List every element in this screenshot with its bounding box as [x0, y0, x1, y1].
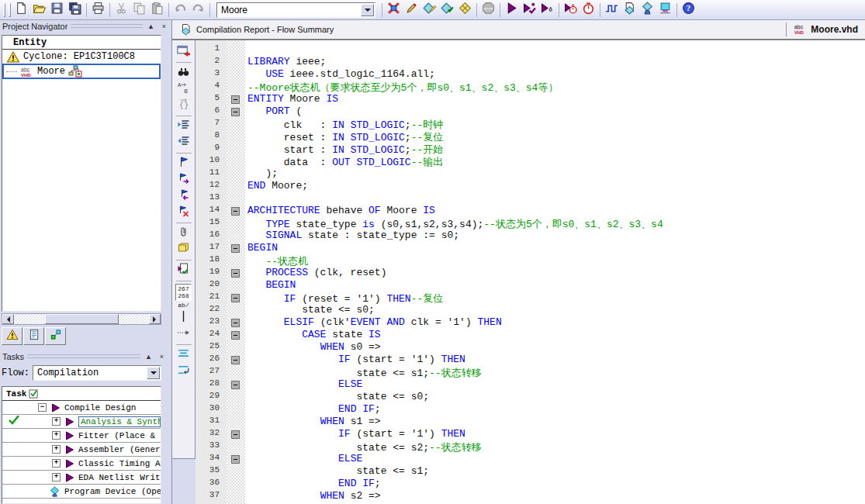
expand-expander[interactable]: + — [52, 445, 61, 454]
bookmark-next-button[interactable] — [175, 172, 193, 188]
fold-marker[interactable] — [231, 269, 240, 278]
align-lines-button[interactable] — [175, 347, 193, 363]
toolbar-grip[interactable] — [9, 3, 11, 17]
task-row[interactable]: −Compile Design — [2, 401, 161, 415]
entity-tree-item[interactable]: abcVHDMoore — [2, 64, 161, 79]
programmer-button[interactable] — [656, 2, 674, 18]
panel-collapse-button[interactable]: ▲ — [144, 352, 154, 361]
assignment-editor-button[interactable] — [420, 2, 438, 18]
bookmark-previous-button[interactable] — [175, 188, 193, 204]
timing-analyzer-button[interactable] — [580, 2, 597, 18]
analyze-current-file-button[interactable] — [175, 263, 193, 278]
fold-marker[interactable] — [231, 207, 240, 216]
insert-note-button[interactable] — [175, 242, 193, 257]
project-settings-button[interactable] — [385, 2, 403, 18]
panel-close-button[interactable]: × — [157, 352, 167, 361]
paste-button[interactable] — [148, 2, 166, 18]
hierarchy-tab[interactable] — [2, 327, 22, 345]
task-row[interactable]: +EDA Netlist Write — [2, 471, 161, 485]
fold-marker[interactable] — [231, 108, 240, 116]
panel-collapse-button[interactable]: ▲ — [146, 22, 156, 31]
save-button[interactable] — [48, 2, 66, 18]
design-units-tab[interactable] — [45, 327, 66, 345]
flow-combobox-dropdown[interactable] — [147, 367, 160, 379]
titlebar-grip[interactable] — [27, 354, 140, 358]
fold-marker[interactable] — [231, 455, 240, 464]
task-row[interactable]: +Fitter (Place & R — [2, 429, 161, 443]
compilation-report-button[interactable] — [621, 2, 638, 18]
detach-editor-button[interactable] — [175, 44, 193, 60]
cursor-guide-button[interactable] — [175, 310, 193, 326]
fold-marker[interactable] — [231, 244, 240, 253]
undo-button[interactable] — [171, 2, 189, 18]
outdent-button[interactable] — [175, 135, 193, 150]
expand-expander[interactable]: + — [52, 431, 61, 440]
scrollbar-track[interactable] — [14, 314, 149, 324]
task-row[interactable]: +Classic Timing An — [2, 457, 161, 471]
entity-tree-item[interactable]: Cyclone: EP1C3T100C8 — [2, 50, 161, 64]
syntax-coloring-button[interactable]: ab/ — [178, 302, 189, 309]
fold-marker[interactable] — [231, 381, 240, 389]
save-all-button[interactable] — [66, 2, 84, 18]
tab-marks-button[interactable] — [175, 326, 193, 342]
code-editor[interactable]: 12LIBRARY ieee;3 USE ieee.std_logic_1164… — [195, 40, 865, 504]
flow-combobox[interactable]: Compilation — [33, 365, 161, 381]
tab-compilation-report[interactable]: Compilation Report - Flow Summary — [172, 20, 786, 39]
bookmark-toggle-button[interactable] — [175, 156, 193, 171]
files-tab[interactable] — [23, 327, 44, 345]
scrollbar-thumb[interactable] — [45, 314, 119, 324]
pin-planner-button[interactable] — [438, 2, 456, 18]
task-row[interactable]: Program Device (Open — [2, 485, 161, 499]
assignment-organizer-button[interactable] — [638, 2, 656, 18]
start-analysis-synthesis-button[interactable] — [521, 2, 538, 18]
start-compilation-button[interactable] — [503, 2, 521, 18]
collapse-expander[interactable]: − — [38, 403, 47, 412]
bookmark-clear-button[interactable] — [175, 205, 193, 220]
waveform-editor-button[interactable] — [603, 2, 621, 18]
edit-pencil-button[interactable] — [403, 2, 420, 18]
task-row[interactable]: +Assembler (Genera — [2, 443, 161, 457]
word-wrap-button[interactable] — [175, 364, 193, 379]
task-column-header[interactable]: Task — [2, 387, 161, 401]
tab-moore-vhd[interactable]: abcVHDMoore.vhd — [787, 20, 865, 39]
entity-column-header[interactable]: Entity — [2, 36, 161, 50]
stop-button[interactable]: STOP — [479, 2, 497, 18]
open-folder-button[interactable] — [30, 2, 48, 18]
code-text: IF (start = '1') THEN — [245, 428, 465, 440]
cut-button[interactable] — [112, 2, 130, 18]
fold-marker[interactable] — [231, 95, 240, 104]
panel-close-button[interactable]: × — [159, 22, 169, 31]
indent-button[interactable] — [175, 119, 193, 134]
start-fitter-button[interactable] — [538, 2, 556, 18]
expand-expander[interactable]: + — [52, 417, 61, 426]
fold-marker[interactable] — [231, 331, 240, 340]
expand-expander[interactable]: + — [52, 459, 61, 468]
titlebar-grip[interactable] — [71, 24, 143, 28]
scroll-left-button[interactable] — [2, 314, 14, 324]
entity-combobox[interactable]: Moore — [216, 2, 375, 18]
help-button[interactable]: ? — [680, 2, 697, 18]
copy-button[interactable] — [130, 2, 148, 18]
replace-button[interactable]: AB — [175, 81, 193, 97]
start-timing-analysis-button[interactable] — [562, 2, 580, 18]
expand-expander[interactable]: + — [52, 473, 61, 482]
entity-combobox-dropdown-button[interactable] — [361, 4, 374, 16]
attach-file-button[interactable] — [175, 226, 193, 241]
new-file-button[interactable] — [12, 2, 30, 18]
redo-button[interactable] — [189, 2, 207, 18]
task-row[interactable]: +Analysis & Synthe — [2, 415, 161, 429]
code-text: END IF; — [245, 403, 381, 416]
line-count-button[interactable]: 267 268 — [175, 284, 191, 301]
fold-marker[interactable] — [231, 356, 240, 364]
fold-marker[interactable] — [231, 430, 240, 439]
timing-floorplan-button[interactable] — [456, 2, 474, 18]
print-button[interactable] — [89, 2, 107, 18]
match-brace-button[interactable]: {} — [175, 98, 193, 113]
scroll-right-button[interactable] — [149, 314, 161, 324]
horizontal-scrollbar[interactable] — [2, 313, 161, 325]
fold-marker[interactable] — [231, 294, 240, 302]
find-button[interactable] — [175, 65, 193, 81]
toolbar-grip[interactable] — [3, 3, 5, 17]
code-text: state <= s2;--状态转移 — [245, 440, 482, 453]
fold-marker[interactable] — [231, 319, 240, 327]
